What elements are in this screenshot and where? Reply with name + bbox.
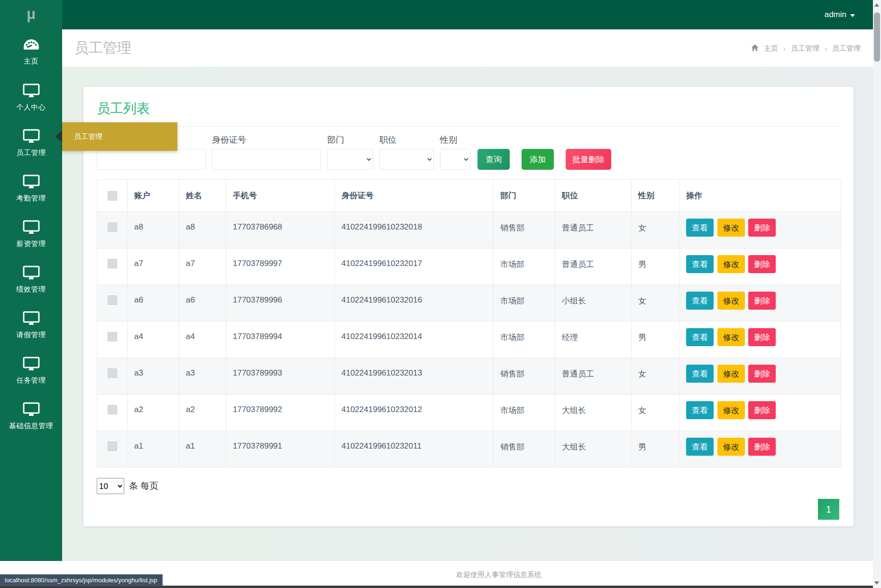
sidebar-item-attendance-mgmt[interactable]: 考勤管理: [0, 166, 62, 211]
breadcrumb-home[interactable]: 主页: [764, 44, 778, 53]
cell-position: 大组长: [555, 431, 632, 468]
sidebar-item-leave-mgmt[interactable]: 请假管理: [0, 303, 62, 348]
department-select[interactable]: [327, 149, 373, 170]
row-checkbox[interactable]: [108, 222, 117, 232]
header-position: 职位: [555, 180, 632, 212]
sidebar-item-personal-center[interactable]: 个人中心: [0, 75, 62, 120]
delete-button[interactable]: 删除: [748, 401, 776, 419]
row-checkbox[interactable]: [108, 405, 117, 414]
user-menu[interactable]: admin: [825, 0, 855, 29]
delete-button[interactable]: 删除: [748, 255, 776, 273]
table-header-row: 账户 姓名 手机号 身份证号 部门 职位 性别 操作: [97, 180, 841, 212]
header-actions: 操作: [679, 180, 841, 212]
sidebar-item-label: 员工管理: [17, 148, 46, 157]
batch-delete-button[interactable]: 批量删除: [566, 149, 611, 170]
delete-button[interactable]: 删除: [748, 328, 776, 346]
cell-id-number: 410224199610232013: [335, 358, 494, 395]
view-button[interactable]: 查看: [686, 255, 714, 273]
row-checkbox[interactable]: [108, 259, 117, 268]
cell-name: a6: [179, 285, 226, 322]
monitor-icon: [23, 356, 40, 371]
sidebar-item-label: 绩效管理: [17, 285, 46, 294]
header-phone: 手机号: [226, 180, 335, 212]
scroll-down-arrow-icon[interactable]: [874, 581, 879, 585]
table-row: a1 a1 17703789991 410224199610232011 销售部…: [97, 431, 841, 468]
edit-button[interactable]: 修改: [717, 401, 745, 419]
filter-field-id-number: 身份证号: [212, 134, 321, 170]
sidebar: 主页 个人中心 员工管理 考勤管理 薪资管理 绩效管理 请假管理: [0, 29, 62, 561]
edit-button[interactable]: 修改: [717, 292, 745, 310]
user-name: admin: [825, 10, 846, 19]
view-button[interactable]: 查看: [686, 365, 714, 383]
cell-account: a4: [128, 322, 179, 358]
cell-phone: 17703789994: [226, 322, 335, 358]
page-1-button[interactable]: 1: [818, 499, 839, 520]
employee-table: 账户 姓名 手机号 身份证号 部门 职位 性别 操作 a8 a8 1770378…: [97, 179, 841, 468]
monitor-icon: [23, 311, 40, 326]
edit-button[interactable]: 修改: [717, 328, 745, 346]
topbar: μ admin: [0, 0, 881, 29]
cell-position: 小组长: [555, 285, 632, 322]
cell-name: a1: [179, 431, 226, 468]
gender-select[interactable]: [440, 149, 470, 170]
view-button[interactable]: 查看: [686, 219, 714, 237]
home-icon: [751, 44, 759, 53]
cell-phone: 17703786968: [226, 212, 335, 248]
row-checkbox[interactable]: [108, 441, 117, 451]
view-button[interactable]: 查看: [686, 292, 714, 310]
table-row: a7 a7 17703789997 410224199610232017 市场部…: [97, 248, 841, 285]
filter-bar: 身份证号 部门 职位 性别 查询 添加 批量删除: [83, 127, 853, 175]
scrollbar-thumb[interactable]: [874, 12, 880, 62]
edit-button[interactable]: 修改: [717, 438, 745, 456]
sidebar-item-home[interactable]: 主页: [0, 29, 62, 75]
sidebar-item-basic-info-mgmt[interactable]: 基础信息管理: [0, 394, 62, 439]
search-button[interactable]: 查询: [477, 149, 510, 170]
first-filter-input[interactable]: [97, 149, 206, 170]
tooltip-label: 员工管理: [74, 132, 102, 141]
sidebar-item-label: 个人中心: [17, 103, 46, 112]
cell-name: a3: [179, 358, 226, 395]
cell-gender: 女: [632, 395, 679, 431]
sidebar-item-employee-mgmt[interactable]: 员工管理: [0, 120, 62, 166]
department-label: 部门: [327, 134, 373, 145]
tooltip-arrow-icon: [55, 131, 62, 142]
row-checkbox[interactable]: [108, 295, 117, 305]
select-all-checkbox[interactable]: [108, 191, 117, 201]
vertical-scrollbar[interactable]: [873, 0, 881, 588]
monitor-icon: [23, 402, 40, 417]
chevron-right-icon: ›: [783, 45, 786, 53]
page-size-select[interactable]: 10: [97, 478, 124, 494]
row-checkbox[interactable]: [108, 332, 117, 341]
cell-department: 销售部: [494, 431, 555, 468]
view-button[interactable]: 查看: [686, 328, 714, 346]
sidebar-item-salary-mgmt[interactable]: 薪资管理: [0, 211, 62, 257]
delete-button[interactable]: 删除: [748, 292, 776, 310]
cell-phone: 17703789997: [226, 248, 335, 285]
breadcrumb-level2: 员工管理: [832, 44, 861, 53]
cell-phone: 17703789992: [226, 395, 335, 431]
sidebar-item-task-mgmt[interactable]: 任务管理: [0, 348, 62, 394]
edit-button[interactable]: 修改: [717, 219, 745, 237]
edit-button[interactable]: 修改: [717, 255, 745, 273]
add-button[interactable]: 添加: [522, 149, 554, 170]
delete-button[interactable]: 删除: [748, 219, 776, 237]
monitor-icon: [23, 174, 40, 189]
delete-button[interactable]: 删除: [748, 438, 776, 456]
breadcrumb: 主页 › 员工管理 › 员工管理: [751, 29, 861, 67]
sidebar-item-label: 主页: [24, 57, 38, 66]
cell-id-number: 410224199610232017: [335, 248, 494, 285]
row-checkbox[interactable]: [108, 368, 117, 378]
view-button[interactable]: 查看: [686, 401, 714, 419]
cell-phone: 17703789996: [226, 285, 335, 322]
cell-position: 经理: [555, 322, 632, 358]
sidebar-item-performance-mgmt[interactable]: 绩效管理: [0, 257, 62, 303]
filter-field-position: 职位: [379, 134, 434, 170]
delete-button[interactable]: 删除: [748, 365, 776, 383]
scroll-up-arrow-icon[interactable]: [874, 3, 879, 7]
sidebar-item-label: 请假管理: [17, 331, 46, 340]
id-number-input[interactable]: [212, 149, 321, 170]
position-select[interactable]: [379, 149, 434, 170]
edit-button[interactable]: 修改: [717, 365, 745, 383]
breadcrumb-level1[interactable]: 员工管理: [791, 44, 819, 53]
view-button[interactable]: 查看: [686, 438, 714, 456]
